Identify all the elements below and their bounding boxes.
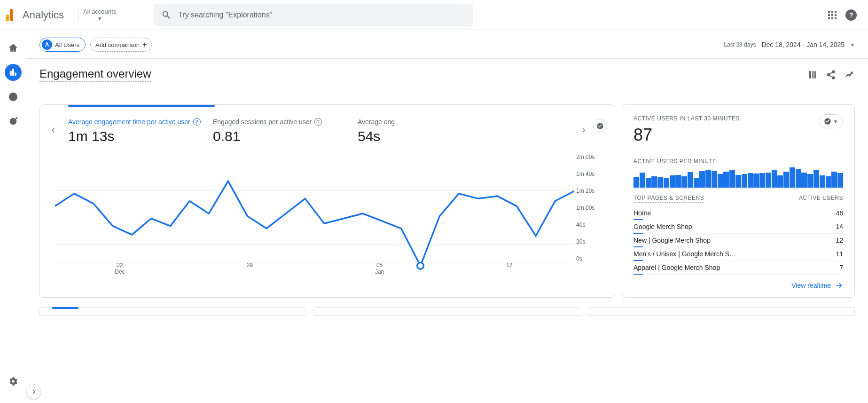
line-chart-svg — [55, 154, 574, 303]
page-title: Engagement overview — [39, 67, 151, 82]
search-placeholder: Try searching "Explorations" — [178, 11, 272, 19]
peek-card — [39, 307, 306, 316]
page-users: 7 — [839, 264, 843, 271]
below-fold-cards — [26, 307, 868, 325]
page-users: 46 — [836, 209, 843, 217]
page-name: Google Merch Shop — [633, 223, 692, 230]
metric-label: Average eng — [358, 118, 419, 126]
divider — [78, 8, 78, 22]
segment-label: All Users — [55, 41, 79, 48]
page-users: 11 — [836, 250, 843, 258]
share-icon[interactable] — [826, 70, 836, 80]
date-range-picker[interactable]: Last 28 days Dec 18, 2024 - Jan 14, 2025… — [724, 41, 855, 48]
analytics-logo-icon — [6, 9, 13, 21]
segment-chip-all-users[interactable]: A All Users — [39, 38, 86, 52]
sidebar-admin-icon[interactable] — [5, 373, 22, 390]
metric-settings-button[interactable] — [593, 119, 607, 133]
sidebar-expand-button[interactable] — [26, 384, 41, 399]
metrics-scroller: ‹ Average engagement time per active use… — [40, 107, 614, 149]
brand-name: Analytics — [23, 9, 64, 21]
title-row: Engagement overview — [26, 59, 868, 82]
caret-down-icon: ▼ — [833, 119, 838, 124]
left-sidebar — [0, 30, 26, 403]
segment-badge: A — [42, 40, 52, 50]
top-pages-header: TOP PAGES & SCREENS ACTIVE USERS — [633, 191, 843, 206]
apps-switcher-icon[interactable] — [823, 6, 842, 24]
engagement-line-chart: 2m 00s1m 40s1m 20s1m 00s40s20s0s 22Dec29… — [51, 154, 602, 276]
search-bar[interactable]: Try searching "Explorations" — [154, 4, 473, 26]
view-realtime-label: View realtime — [791, 282, 831, 289]
top-page-row[interactable]: New | Google Merch Shop12 — [633, 234, 843, 247]
top-pages-heading-right: ACTIVE USERS — [799, 195, 843, 203]
account-label: All accounts — [83, 8, 116, 16]
metric-tab[interactable]: Average eng54s — [358, 118, 419, 144]
svg-point-2 — [12, 120, 14, 122]
help-icon[interactable]: ? — [842, 6, 860, 24]
date-range-label: Last 28 days — [724, 41, 756, 48]
help-icon[interactable]: ? — [314, 118, 322, 126]
realtime-settings-button[interactable]: ▼ — [819, 114, 843, 128]
page-name: Apparel | Google Merch Shop — [633, 264, 720, 271]
top-page-row[interactable]: Men's / Unisex | Google Merch S…11 — [633, 247, 843, 261]
sidebar-home-icon[interactable] — [5, 40, 22, 56]
metrics-prev-button[interactable]: ‹ — [47, 123, 60, 136]
realtime-per-minute-label: ACTIVE USERS PER MINUTE — [633, 158, 843, 165]
sidebar-explore-icon[interactable] — [5, 88, 22, 105]
metric-tab[interactable]: Engaged sessions per active user?0.81 — [213, 118, 354, 144]
search-icon — [161, 10, 172, 20]
metrics-next-button[interactable]: › — [577, 123, 590, 136]
date-range-value: Dec 18, 2024 - Jan 14, 2025 — [761, 41, 845, 48]
realtime-title: ACTIVE USERS IN LAST 30 MINUTES — [633, 115, 740, 123]
realtime-card: ACTIVE USERS IN LAST 30 MINUTES 87 ▼ ACT… — [622, 104, 855, 298]
page-name: New | Google Merch Shop — [633, 237, 711, 244]
top-page-row[interactable]: Google Merch Shop14 — [633, 220, 843, 234]
account-selector[interactable]: All accounts ▼ — [83, 8, 116, 22]
metric-value: 1m 13s — [68, 128, 209, 144]
sidebar-advertising-icon[interactable] — [5, 113, 22, 130]
view-realtime-link[interactable]: View realtime — [633, 281, 843, 290]
metric-label: Average engagement time per active user? — [68, 118, 209, 126]
app-header: Analytics All accounts ▼ Try searching "… — [0, 0, 868, 30]
filters-toolbar: A All Users Add comparison + Last 28 day… — [26, 30, 868, 52]
help-icon[interactable]: ? — [193, 118, 201, 126]
top-page-row[interactable]: Home46 — [633, 206, 843, 220]
insights-icon[interactable] — [845, 70, 855, 80]
metric-tab[interactable]: Average engagement time per active user?… — [68, 118, 209, 144]
sidebar-reports-icon[interactable] — [5, 64, 22, 81]
add-comparison-button[interactable]: Add comparison + — [90, 38, 152, 52]
peek-card — [588, 307, 855, 316]
compare-icon[interactable] — [807, 70, 817, 80]
top-pages-heading-left: TOP PAGES & SCREENS — [633, 195, 704, 203]
page-name: Men's / Unisex | Google Merch S… — [633, 250, 736, 258]
page-users: 12 — [836, 237, 843, 244]
add-comparison-label: Add comparison — [95, 41, 140, 48]
engagement-card: ‹ Average engagement time per active use… — [39, 104, 614, 298]
metric-value: 54s — [358, 128, 419, 144]
page-users: 14 — [836, 223, 843, 230]
realtime-bar-chart — [633, 167, 843, 189]
caret-down-icon: ▼ — [850, 42, 855, 47]
plus-icon: + — [142, 40, 147, 49]
peek-card — [314, 307, 581, 316]
realtime-active-users-value: 87 — [633, 125, 740, 145]
metric-label: Engaged sessions per active user? — [213, 118, 354, 126]
caret-down-icon: ▼ — [97, 16, 102, 22]
page-name: Home — [633, 209, 651, 217]
main-content: A All Users Add comparison + Last 28 day… — [26, 30, 868, 403]
metric-value: 0.81 — [213, 128, 354, 144]
top-page-row[interactable]: Apparel | Google Merch Shop7 — [633, 261, 843, 275]
